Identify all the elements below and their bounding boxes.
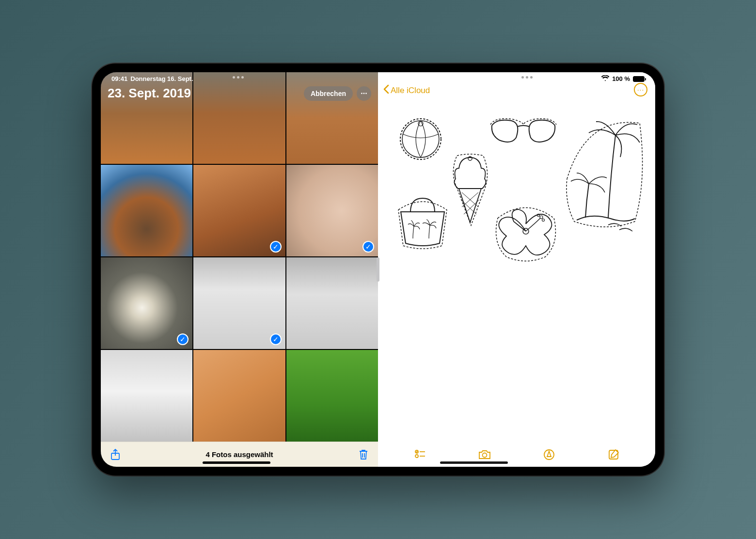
photo-image: [101, 350, 192, 442]
photo-thumbnail[interactable]: ✓: [193, 165, 285, 256]
notes-toolbar: [378, 442, 655, 467]
sticker-palm-trees: [562, 116, 645, 242]
ipad-screen: 09:41 Donnerstag 16. Sept. 100 % 23. Sep…: [101, 72, 655, 467]
ellipsis-icon: ···: [637, 86, 645, 94]
photo-thumbnail[interactable]: ✓: [193, 257, 285, 349]
multitask-indicator-left[interactable]: [233, 76, 244, 79]
camera-button[interactable]: [478, 448, 491, 461]
sticker-ice-cream-cone: [448, 154, 492, 226]
status-bar-right: 100 %: [601, 75, 645, 82]
new-note-button[interactable]: [607, 448, 620, 461]
notes-more-button[interactable]: ···: [634, 83, 647, 96]
home-indicator-left[interactable]: [203, 461, 270, 464]
photos-app: 23. Sept. 2019 Abbrechen ··· ✓✓✓✓: [101, 72, 378, 467]
photo-image: [101, 165, 192, 256]
selection-count-label: 4 Fotos ausgewählt: [205, 450, 273, 459]
photo-thumbnail[interactable]: [193, 350, 285, 442]
photo-thumbnail[interactable]: ✓: [101, 257, 192, 349]
photo-image: [286, 350, 378, 442]
share-button[interactable]: [110, 449, 121, 460]
split-view-handle[interactable]: [377, 257, 379, 282]
sticker-beach-ball: [396, 115, 445, 163]
selection-check-icon: ✓: [270, 241, 282, 253]
photo-grid: ✓✓✓✓: [101, 72, 378, 442]
status-time: 09:41: [111, 75, 127, 82]
notes-drawing-canvas[interactable]: [378, 100, 655, 442]
svg-point-10: [415, 455, 418, 458]
sticker-hibiscus-flower: [492, 200, 560, 263]
delete-button[interactable]: [358, 449, 369, 460]
photo-thumbnail[interactable]: [286, 257, 378, 349]
svg-point-1: [400, 119, 441, 159]
home-indicator-right[interactable]: [440, 461, 508, 464]
photo-thumbnail[interactable]: [101, 165, 192, 256]
ipad-device-frame: 09:41 Donnerstag 16. Sept. 100 % 23. Sep…: [92, 63, 664, 476]
photo-thumbnail[interactable]: ✓: [286, 165, 378, 256]
more-options-button[interactable]: ···: [357, 86, 371, 101]
ellipsis-icon: ···: [361, 89, 367, 98]
photos-collection-date: 23. Sept. 2019: [108, 86, 191, 101]
cancel-button[interactable]: Abbrechen: [304, 86, 353, 101]
checklist-button[interactable]: [414, 448, 426, 461]
wifi-icon: [601, 75, 609, 82]
status-date: Donnerstag 16. Sept.: [130, 75, 193, 82]
photo-thumbnail[interactable]: [101, 350, 192, 442]
notes-app: Alle iCloud ···: [378, 72, 655, 467]
battery-percent: 100 %: [612, 75, 630, 82]
svg-point-13: [482, 453, 487, 457]
multitask-indicator-right[interactable]: [521, 76, 533, 79]
notes-back-label: Alle iCloud: [391, 86, 430, 95]
photo-thumbnail[interactable]: [286, 350, 378, 442]
photo-image: [193, 350, 285, 442]
selection-check-icon: ✓: [362, 241, 374, 253]
sticker-beach-bag: [394, 192, 452, 251]
chevron-left-icon: [383, 84, 390, 96]
status-bar-left: 09:41 Donnerstag 16. Sept.: [111, 75, 193, 82]
markup-button[interactable]: [543, 448, 555, 461]
battery-icon: [633, 76, 645, 82]
sticker-sunglasses: [489, 116, 557, 150]
selection-check-icon: ✓: [270, 333, 282, 345]
notes-back-button[interactable]: Alle iCloud: [383, 84, 430, 96]
photo-image: [286, 257, 378, 349]
